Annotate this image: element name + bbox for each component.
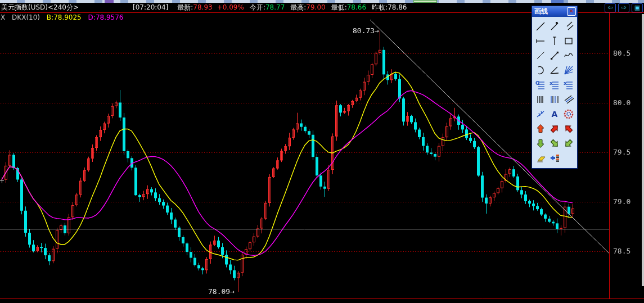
- indicator-b-value: B:78.9025: [47, 13, 82, 21]
- nav-back-button[interactable]: ⇦: [605, 3, 616, 12]
- quote-time: [07:20:04]: [133, 3, 168, 12]
- palette-tool-grid: GxxA: [532, 17, 577, 168]
- quote-field-label: 今开:: [250, 3, 265, 11]
- vertical-line-icon[interactable]: [548, 34, 562, 48]
- trendline-icon[interactable]: [534, 19, 548, 34]
- quote-field-label: 昨收:: [372, 3, 388, 11]
- parallel-lines-icon[interactable]: [561, 19, 575, 34]
- indicator-line: X DKX(10) B:78.9025 D:78.9576: [1, 13, 128, 21]
- quote-field-value: +0.09%: [217, 3, 244, 11]
- quote-fields: 最新:78.93+0.09%今开:78.77最高:79.00最低:78.66昨收…: [172, 3, 407, 12]
- angle-fan-icon[interactable]: [548, 63, 562, 78]
- cycle-lines-icon[interactable]: [534, 107, 548, 121]
- svg-text:G: G: [535, 80, 539, 86]
- quote-field-value: 78.66: [347, 3, 366, 11]
- arrow-up-icon[interactable]: [534, 121, 548, 136]
- arc-icon[interactable]: [534, 63, 548, 78]
- nav-maximize-button[interactable]: ▣: [632, 3, 643, 12]
- line-manager-icon[interactable]: [548, 151, 562, 165]
- horizontal-line-icon[interactable]: [534, 34, 548, 48]
- palette-titlebar[interactable]: 画线 ✕: [532, 6, 577, 17]
- fibonacci-lines-icon[interactable]: x: [561, 78, 575, 92]
- toolbar-fragment: [413, 0, 437, 3]
- ray-icon[interactable]: [534, 48, 548, 63]
- svg-text:A: A: [551, 110, 557, 119]
- indicator-prefix: X: [1, 13, 5, 21]
- segment-icon[interactable]: [548, 19, 562, 34]
- arrow-nw-icon[interactable]: [561, 121, 575, 136]
- arrow-sw-icon[interactable]: [561, 136, 575, 151]
- price-tick-label: 80.5: [613, 49, 631, 57]
- clipped-toolbar: [0, 0, 644, 3]
- price-tick-label: 80.0: [613, 98, 631, 107]
- text-label-icon[interactable]: A: [548, 107, 562, 121]
- arrow-down-icon[interactable]: [534, 136, 548, 151]
- palette-close-button[interactable]: ✕: [567, 7, 576, 16]
- toolbar-fragment: [105, 0, 114, 3]
- palette-title: 画线: [534, 7, 548, 16]
- quote-field-value: 78.77: [265, 3, 285, 11]
- svg-text:x: x: [550, 80, 553, 86]
- price-tick-label: 79.5: [613, 148, 631, 156]
- indicator-d-value: D:78.9576: [88, 13, 124, 21]
- wave-curve-icon[interactable]: [561, 48, 575, 63]
- eraser-icon[interactable]: [534, 151, 548, 165]
- quote-field-value: 78.93: [193, 3, 212, 11]
- fib-time-zones-icon[interactable]: [548, 92, 562, 107]
- window-edge: [642, 14, 644, 286]
- instrument-title: 美元指数(USD)<240分>: [1, 3, 129, 12]
- toolbar-fragment: [551, 0, 564, 3]
- price-tick-label: 78.5: [613, 247, 631, 255]
- quote-field-value: 79.00: [306, 3, 325, 11]
- quote-header: 美元指数(USD)<240分> [07:20:04] 最新:78.93+0.09…: [1, 3, 407, 12]
- golden-section-icon[interactable]: G: [534, 78, 548, 92]
- svg-text:x: x: [564, 80, 567, 86]
- indicator-name: DKX(10): [12, 13, 40, 21]
- time-zones-icon[interactable]: [534, 92, 548, 107]
- arrow-se-icon[interactable]: [548, 136, 562, 151]
- draw-line-palette: 画线 ✕ GxxA: [532, 6, 578, 169]
- rectangle-icon[interactable]: [561, 34, 575, 48]
- price-annotation: 80.73→: [353, 26, 379, 35]
- quote-field-label: 最新:: [177, 3, 193, 11]
- quote-field-label: 最低:: [331, 3, 347, 11]
- nav-forward-button[interactable]: ⇨: [618, 3, 629, 12]
- endpoint-segment-icon[interactable]: [548, 48, 562, 63]
- nav-buttons: ⇦⇨▣: [605, 3, 643, 12]
- price-tick-label: 79.0: [613, 197, 631, 206]
- price-annotation: 78.09→: [208, 287, 235, 296]
- pie-circle-icon[interactable]: [561, 107, 575, 121]
- quote-field-value: 78.86: [388, 3, 407, 11]
- regression-channel-icon[interactable]: [561, 92, 575, 107]
- gann-fan-icon[interactable]: [561, 63, 575, 78]
- arrow-ne-icon[interactable]: [548, 121, 562, 136]
- percent-lines-icon[interactable]: x: [548, 78, 562, 92]
- quote-field-label: 最高:: [290, 3, 306, 11]
